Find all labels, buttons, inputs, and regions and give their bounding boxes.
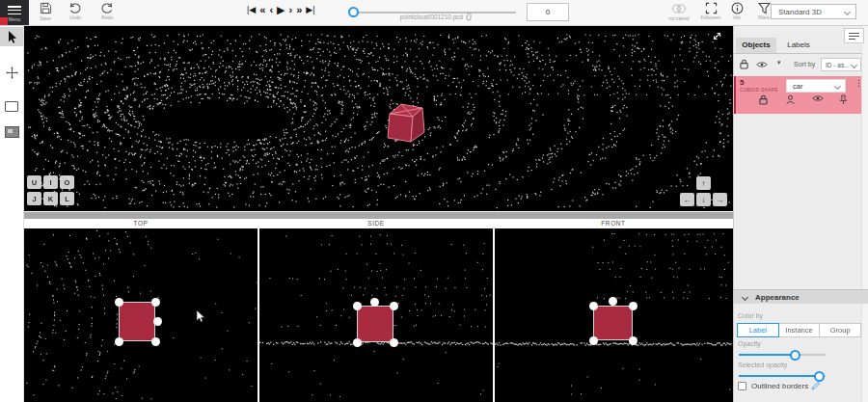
info-button[interactable]: Info [722, 2, 751, 20]
list-icon [849, 32, 859, 40]
cursor-icon [6, 30, 17, 44]
resize-handle[interactable] [115, 337, 123, 346]
tab-labels[interactable]: Labels [778, 38, 819, 53]
attach-icon[interactable] [466, 13, 473, 21]
fast-forward-button[interactable]: » [296, 3, 302, 17]
skip-to-start-button[interactable]: |◀ [247, 3, 256, 17]
resize-handle[interactable] [151, 298, 160, 307]
resize-handle[interactable] [629, 302, 637, 310]
skip-to-end-button[interactable]: ▶| [306, 3, 314, 17]
chevron-down-icon [844, 9, 851, 15]
resize-handle[interactable] [589, 302, 598, 310]
chevron-down-icon [742, 293, 748, 300]
image-view-button[interactable] [0, 122, 23, 142]
tool-sidebar [0, 26, 24, 402]
tab-objects[interactable]: Objects [736, 38, 776, 53]
cuboid-tool-button[interactable] [0, 96, 23, 116]
object-id: 5 [740, 78, 744, 87]
rotate-handle[interactable] [609, 297, 617, 306]
labeling-app: Menu Save Undo Redo |◀ « ‹ ▶ › » ▶| poin… [0, 0, 868, 402]
sort-select[interactable]: ID - as... [821, 58, 861, 71]
key-k-button[interactable]: K [43, 192, 58, 205]
edit-pencil-icon[interactable] [811, 381, 821, 390]
next-frame-button[interactable]: › [289, 3, 293, 17]
expand-view-button[interactable] [711, 29, 724, 42]
fast-rewind-button[interactable]: « [259, 3, 265, 17]
appearance-section-header[interactable]: Appearance [734, 289, 868, 304]
resize-handle[interactable] [115, 298, 123, 307]
color-by-group-button[interactable]: Group [819, 323, 861, 337]
objects-panel: Objects Labels ▾ Sort by ID - as... 5 CU… [733, 26, 868, 402]
select-tool-button[interactable] [0, 27, 23, 46]
key-j-button[interactable]: J [27, 192, 41, 205]
outlined-borders-label: Outlined borders [751, 382, 808, 390]
track-object-icon[interactable] [786, 94, 795, 105]
color-by-instance-button[interactable]: Instance [778, 323, 821, 337]
move-tool-button[interactable] [0, 63, 23, 82]
top-view [24, 228, 258, 402]
key-o-button[interactable]: O [60, 175, 74, 189]
ml-status-button[interactable]: not trained [665, 2, 693, 21]
key-l-button[interactable]: L [60, 192, 74, 205]
selected-cuboid-side[interactable] [357, 306, 393, 342]
selected-cuboid-3d[interactable] [384, 100, 426, 145]
resize-handle[interactable] [589, 336, 598, 345]
key-u-button[interactable]: U [27, 175, 41, 189]
save-button[interactable]: Save [31, 2, 60, 21]
arrow-up-button[interactable]: ↑ [696, 176, 711, 190]
selected-cuboid-front[interactable] [593, 306, 633, 340]
expand-icon [711, 30, 723, 42]
chevron-down-icon [834, 83, 841, 90]
play-button[interactable]: ▶ [277, 3, 285, 17]
hamburger-icon [8, 6, 21, 17]
sort-by-label: Sort by [794, 61, 815, 67]
front-view-label: FRONT [580, 220, 647, 227]
arrow-down-button[interactable]: ↓ [696, 193, 711, 206]
fullscreen-button[interactable]: Fullscreen [696, 2, 725, 20]
view-mode-select[interactable]: Standard 3D [771, 4, 856, 19]
filter-icon [758, 2, 771, 14]
selected-opacity-slider[interactable] [739, 375, 826, 377]
toolbar: Menu Save Undo Redo |◀ « ‹ ▶ › » ▶| poin… [0, 0, 868, 26]
slider-fill [739, 354, 796, 356]
resize-handle[interactable] [353, 302, 362, 310]
object-row[interactable]: 5 CUBOID SHAPE car ⋮ [734, 76, 861, 114]
fullscreen-icon [705, 2, 718, 14]
object-class-select[interactable]: car [786, 79, 846, 93]
kebab-menu-icon[interactable]: ⋮ [854, 78, 863, 88]
visibility-all-icon[interactable] [756, 61, 768, 68]
horizontal-scrollbar[interactable] [24, 211, 733, 219]
rotate-handle[interactable] [370, 298, 379, 307]
resize-handle[interactable] [629, 336, 637, 345]
undo-button[interactable]: Undo [61, 2, 90, 20]
resize-handle[interactable] [353, 338, 362, 347]
brain-icon [671, 2, 687, 15]
key-i-button[interactable]: I [43, 175, 58, 189]
pin-object-icon[interactable] [839, 94, 848, 105]
slider-knob[interactable] [790, 350, 800, 361]
frame-number-input[interactable] [527, 3, 569, 21]
outlined-borders-checkbox[interactable] [738, 382, 746, 390]
redo-button[interactable]: Redo [93, 2, 122, 20]
visibility-object-icon[interactable] [812, 94, 824, 102]
color-by-label: Color by [738, 312, 763, 319]
rotate-handle[interactable] [153, 317, 162, 326]
color-by-label-button[interactable]: Label [737, 323, 779, 337]
lock-object-icon[interactable] [759, 94, 768, 105]
resize-handle[interactable] [390, 302, 398, 310]
previous-frame-button[interactable]: ‹ [269, 3, 273, 17]
list-view-button[interactable] [844, 28, 864, 43]
main-pointcloud-canvas[interactable] [24, 26, 733, 211]
opacity-slider[interactable] [739, 354, 826, 356]
resize-handle[interactable] [151, 337, 160, 346]
resize-handle[interactable] [390, 338, 398, 347]
arrow-right-button[interactable]: → [713, 193, 727, 206]
redo-icon [100, 2, 114, 13]
info-icon [731, 2, 744, 14]
main-3d-view: U I O J K L ↑ ← ↓ → [24, 26, 733, 211]
move-icon [6, 67, 18, 79]
lock-all-icon[interactable] [740, 59, 748, 69]
arrow-left-button[interactable]: ← [680, 193, 694, 206]
sort-direction-icon[interactable]: ▾ [777, 59, 781, 67]
selected-cuboid-top[interactable] [119, 302, 155, 341]
